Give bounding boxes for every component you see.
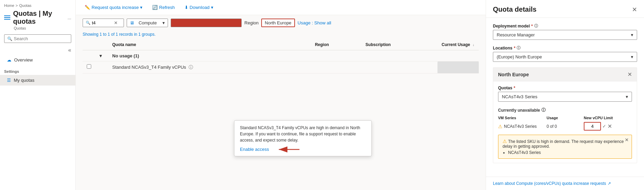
vcpu-limit-field[interactable] [584, 122, 601, 131]
warning-text: The listed SKU is high in demand. The re… [503, 139, 624, 149]
quota-search-filter[interactable]: 🔍 ✕ [83, 19, 124, 27]
download-chevron: ▾ [211, 5, 213, 10]
compute-icon: 🖥 [130, 20, 134, 25]
north-europe-sub-panel: North Europe ✕ Quotas * NCAsT4v3 Series … [493, 67, 637, 163]
breadcrumb-home[interactable]: Home [4, 3, 14, 8]
vcpu-series-name: NCAsT4v3 Series [504, 124, 537, 129]
refresh-button[interactable]: 🔄 Refresh [150, 3, 177, 11]
vcpu-limit-confirm-button[interactable]: ✓ [602, 124, 606, 129]
warning-icon: ⚠ [503, 138, 507, 144]
checkbox-col-header [83, 40, 95, 50]
region-value: North Europe [265, 20, 291, 25]
usage-filter-button[interactable]: Usage : Show all [298, 20, 331, 25]
row-subscription-cell [361, 62, 437, 74]
download-label: Download [190, 5, 210, 10]
subscription-filter-dropdown[interactable]: 🖥 XXXXXXXXXXXXXXXXXX ▾ [171, 19, 242, 27]
breadcrumb-separator: > [15, 3, 18, 8]
more-options[interactable]: ... [67, 15, 71, 20]
col-header-expand [95, 40, 108, 50]
refresh-label: Refresh [159, 5, 175, 10]
compute-label: Compute [139, 20, 157, 25]
col-usage-header: Usage [547, 116, 581, 120]
col-header-subscription[interactable]: Subscription [361, 40, 437, 50]
sub-panel-close-button[interactable]: ✕ [627, 71, 632, 78]
row-checkbox[interactable] [87, 64, 91, 69]
sort-icon: ↓ [473, 43, 474, 47]
request-quota-chevron: ▾ [140, 5, 142, 10]
region-badge[interactable]: North Europe [261, 19, 295, 27]
breadcrumb-quotas[interactable]: Quotas [19, 3, 31, 8]
deployment-model-select[interactable]: Resource Manager ▾ [493, 30, 637, 40]
sub-panel-body: Quotas * NCAsT4v3 Series ▾ Currently una… [493, 81, 637, 163]
vcpu-series-cell: ⚠ NCAsT4v3 Series [498, 124, 544, 129]
locations-value: (Europe) North Europe [497, 54, 542, 59]
usage-label: Usage : Show all [298, 20, 331, 25]
cloud-icon: ☁ [7, 57, 11, 63]
col-header-quota-name[interactable]: Quota name [108, 40, 311, 50]
hamburger-icon[interactable] [4, 15, 10, 20]
learn-link[interactable]: Learn about Compute (cores/vCPUs) quota … [493, 181, 637, 186]
request-quota-label: Request quota increase [92, 5, 139, 10]
records-info-text: Showing 1 to 1 of 1 records in 1 groups. [83, 32, 156, 37]
currently-unavailable-label: Currently unavailable ⓘ [498, 107, 632, 113]
quotas-value: NCAsT4v3 Series [502, 94, 537, 99]
vcpu-limit-cancel-button[interactable]: ✕ [608, 123, 612, 130]
row-quota-name: Standard NCASv3_T4 Family vCPUs [112, 65, 186, 70]
filter-bar: 🔍 ✕ 🖥 Compute ▾ 🖥 XXXXXXXXXXXXXXXXXX ▾ R… [76, 15, 486, 31]
locations-label-text: Locations [493, 46, 513, 51]
quota-table: Quota name Region Subscription Current U… [83, 40, 479, 74]
search-icon: 🔍 [7, 36, 12, 41]
subscription-value: XXXXXXXXXXXXXXXXXX [180, 20, 233, 25]
currently-unavailable-text: Currently unavailable [498, 108, 540, 113]
quota-details-panel: Quota details ✕ Deployment model * ⓘ Res… [486, 0, 644, 190]
vcpu-row: ⚠ NCAsT4v3 Series 0 of 0 ✓ ✕ [498, 122, 632, 131]
quota-table-area: Quota name Region Subscription Current U… [76, 40, 486, 190]
request-quota-button[interactable]: ✏️ Request quota increase ▾ [83, 3, 145, 11]
locations-info-icon[interactable]: ⓘ [517, 45, 520, 51]
row-checkbox-cell[interactable] [83, 62, 95, 74]
deployment-info-icon[interactable]: ⓘ [534, 23, 538, 29]
row-info-icon[interactable]: ⓘ [189, 65, 193, 70]
warning-banner-close-button[interactable]: ✕ [625, 137, 629, 143]
sidebar-item-my-quotas[interactable]: ☰ My quotas [0, 75, 75, 86]
filter-clear-button[interactable]: ✕ [114, 20, 118, 25]
col-header-current-usage[interactable]: Current Usage ↓ [437, 40, 479, 50]
vcpu-limit-input-cell[interactable]: ✓ ✕ [584, 122, 632, 131]
compute-chevron: ▾ [162, 20, 165, 25]
page-title: Quotas | My quotas [13, 10, 63, 25]
col-vm-series-header: VM Series [498, 116, 544, 120]
locations-required-mark: * [514, 46, 516, 51]
compute-filter-dropdown[interactable]: 🖥 Compute ▾ [127, 19, 168, 27]
search-box[interactable]: 🔍 [4, 34, 71, 43]
enable-access-link[interactable]: Enable access [240, 147, 269, 152]
quotas-select[interactable]: NCAsT4v3 Series ▾ [498, 92, 632, 102]
arrow-indicator [275, 144, 303, 156]
main-content: ✏️ Request quota increase ▾ 🔄 Refresh ⬇ … [76, 0, 486, 190]
group-chevron-cell[interactable]: ▾ [95, 50, 108, 62]
collapse-button[interactable]: « [67, 46, 73, 55]
sub-panel-header: North Europe ✕ [493, 68, 637, 81]
sidebar-item-overview[interactable]: ☁ Overview [0, 55, 75, 65]
locations-chevron: ▾ [631, 54, 633, 59]
warn-icon: ⚠ [498, 124, 503, 129]
quota-search-input[interactable] [92, 20, 113, 25]
deployment-model-value: Resource Manager [497, 32, 535, 37]
col-header-region[interactable]: Region [311, 40, 361, 50]
group-label-cell: No usage (1) [108, 50, 479, 62]
quotas-required-mark: * [514, 86, 515, 90]
warning-item: NCAsT4v3 Series [508, 150, 627, 155]
unavailable-info-icon[interactable]: ⓘ [541, 107, 546, 113]
deployment-model-label-text: Deployment model [493, 24, 530, 29]
region-label-text: Region [244, 20, 258, 25]
download-button[interactable]: ⬇ Download ▾ [182, 3, 215, 11]
panel-close-button[interactable]: ✕ [632, 6, 637, 13]
current-usage-col-label: Current Usage [442, 42, 470, 47]
search-input[interactable] [14, 36, 68, 41]
table-row: Standard NCASv3_T4 Family vCPUs ⓘ [83, 62, 479, 74]
quotas-field: Quotas * NCAsT4v3 Series ▾ [498, 86, 632, 102]
records-info: Showing 1 to 1 of 1 records in 1 groups. [76, 31, 486, 40]
page-subtitle: Quotas [14, 26, 71, 30]
locations-select[interactable]: (Europe) North Europe ▾ [493, 52, 637, 62]
subscription-chevron: ▾ [236, 20, 239, 25]
group-expand-chevron[interactable]: ▾ [99, 53, 102, 58]
